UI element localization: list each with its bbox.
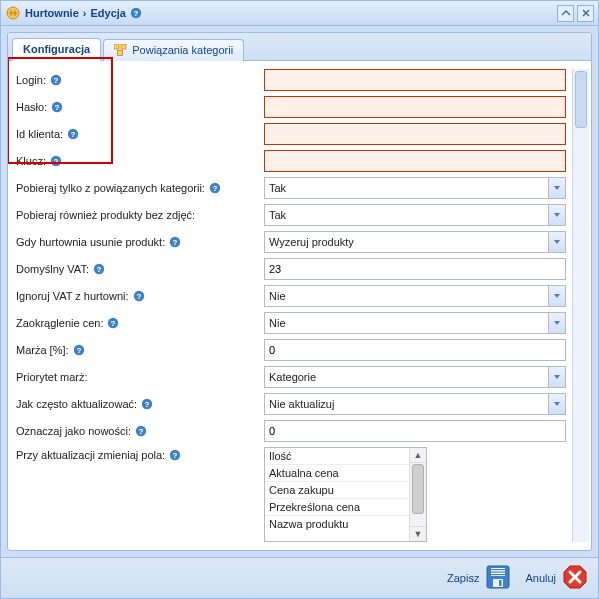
form: Login: ? Hasło: ?: [16, 69, 572, 542]
update-freq-select[interactable]: Nie aktualizuj: [264, 393, 566, 415]
help-icon[interactable]: ?: [169, 449, 181, 461]
list-item[interactable]: Cena zakupu: [265, 482, 409, 499]
list-item[interactable]: Ilość: [265, 448, 409, 465]
label-update-freq: Jak często aktualizować:: [16, 398, 137, 410]
help-icon[interactable]: ?: [169, 236, 181, 248]
chevron-down-icon[interactable]: [548, 285, 566, 307]
tabstrip: Konfiguracja Powiązania kategorii: [8, 33, 591, 61]
svg-text:?: ?: [212, 184, 217, 193]
breadcrumb-part2: Edycja: [90, 7, 125, 19]
help-icon[interactable]: ?: [50, 74, 62, 86]
svg-rect-38: [499, 580, 502, 586]
login-input[interactable]: [264, 69, 566, 91]
label-key: Klucz:: [16, 155, 46, 167]
help-icon[interactable]: ?: [107, 317, 119, 329]
margin-priority-select[interactable]: Kategorie: [264, 366, 566, 388]
tab-config[interactable]: Konfiguracja: [12, 38, 101, 61]
on-remove-select[interactable]: Wyzeruj produkty: [264, 231, 566, 253]
list-item[interactable]: Przekreślona cena: [265, 499, 409, 516]
row-round-prices: Zaokrąglenie cen: ? Nie: [16, 312, 566, 334]
help-icon[interactable]: ?: [141, 398, 153, 410]
help-icon[interactable]: ?: [130, 7, 142, 19]
close-button[interactable]: [577, 5, 594, 22]
default-vat-input[interactable]: [264, 258, 566, 280]
tab-category-links[interactable]: Powiązania kategorii: [103, 39, 244, 61]
row-only-linked: Pobieraj tylko z powiązanych kategorii: …: [16, 177, 566, 199]
svg-rect-35: [491, 572, 505, 573]
help-icon[interactable]: ?: [73, 344, 85, 356]
no-photos-select[interactable]: Tak: [264, 204, 566, 226]
row-no-photos: Pobieraj również produkty bez zdjęć: Tak: [16, 204, 566, 226]
password-input[interactable]: [264, 96, 566, 118]
save-label: Zapisz: [447, 572, 479, 584]
chevron-down-icon[interactable]: [548, 204, 566, 226]
save-button[interactable]: Zapisz: [447, 564, 511, 592]
round-prices-select[interactable]: Nie: [264, 312, 566, 334]
scroll-down-icon[interactable]: ▼: [410, 526, 426, 541]
row-key: Klucz: ?: [16, 150, 566, 172]
svg-text:?: ?: [71, 130, 76, 139]
row-margin: Marża [%]: ?: [16, 339, 566, 361]
tab-body: Login: ? Hasło: ?: [8, 61, 591, 550]
only-linked-select[interactable]: Tak: [264, 177, 566, 199]
svg-rect-34: [491, 569, 505, 570]
row-update-fields: Przy aktualizacji zmieniaj pola: ? Ilość…: [16, 447, 566, 542]
help-icon[interactable]: ?: [93, 263, 105, 275]
svg-text:?: ?: [173, 451, 178, 460]
label-margin-priority: Priorytet marż:: [16, 371, 88, 383]
row-margin-priority: Priorytet marż: Kategorie: [16, 366, 566, 388]
help-icon[interactable]: ?: [51, 101, 63, 113]
list-item[interactable]: Nazwa produktu: [265, 516, 409, 532]
help-icon[interactable]: ?: [209, 182, 221, 194]
tab-category-links-label: Powiązania kategorii: [132, 44, 233, 56]
mark-new-input[interactable]: [264, 420, 566, 442]
chevron-down-icon[interactable]: [548, 312, 566, 334]
label-update-fields: Przy aktualizacji zmieniaj pola:: [16, 449, 165, 461]
row-client-id: Id klienta: ?: [16, 123, 566, 145]
breadcrumb-separator: ›: [83, 7, 87, 19]
scroll-thumb[interactable]: [412, 464, 424, 514]
help-icon[interactable]: ?: [133, 290, 145, 302]
list-item[interactable]: Aktualna cena: [265, 465, 409, 482]
label-on-remove: Gdy hurtownia usunie produkt:: [16, 236, 165, 248]
breadcrumb-part1: Hurtownie: [25, 7, 79, 19]
client-id-input[interactable]: [264, 123, 566, 145]
svg-text:?: ?: [111, 319, 116, 328]
row-login: Login: ?: [16, 69, 566, 91]
titlebar: Hurtownie › Edycja ?: [1, 1, 598, 26]
ignore-vat-select[interactable]: Nie: [264, 285, 566, 307]
row-on-remove: Gdy hurtownia usunie produkt: ? Wyzeruj …: [16, 231, 566, 253]
svg-text:?: ?: [55, 103, 60, 112]
update-fields-multiselect[interactable]: Ilość Aktualna cena Cena zakupu Przekreś…: [264, 447, 427, 542]
svg-text:?: ?: [76, 346, 81, 355]
cancel-button[interactable]: Anuluj: [525, 564, 588, 592]
help-icon[interactable]: ?: [67, 128, 79, 140]
category-links-icon: [114, 44, 128, 56]
ignore-vat-value: Nie: [264, 285, 548, 307]
svg-rect-5: [118, 51, 123, 56]
window: Hurtownie › Edycja ? Konfiguracja: [0, 0, 599, 599]
scroll-thumb[interactable]: [575, 71, 587, 128]
label-client-id: Id klienta:: [16, 128, 63, 140]
help-icon[interactable]: ?: [135, 425, 147, 437]
help-icon[interactable]: ?: [50, 155, 62, 167]
svg-text:?: ?: [145, 400, 150, 409]
svg-rect-3: [114, 44, 119, 49]
row-password: Hasło: ?: [16, 96, 566, 118]
collapse-button[interactable]: [557, 5, 574, 22]
tab-panel: Konfiguracja Powiązania kategorii: [7, 32, 592, 551]
label-round-prices: Zaokrąglenie cen:: [16, 317, 103, 329]
panel-scrollbar[interactable]: [572, 69, 589, 542]
update-freq-value: Nie aktualizuj: [264, 393, 548, 415]
scroll-up-icon[interactable]: ▲: [410, 448, 426, 463]
chevron-down-icon[interactable]: [548, 177, 566, 199]
multiselect-scrollbar[interactable]: ▲ ▼: [409, 448, 426, 541]
chevron-down-icon[interactable]: [548, 393, 566, 415]
chevron-down-icon[interactable]: [548, 366, 566, 388]
key-input[interactable]: [264, 150, 566, 172]
svg-text:?: ?: [133, 9, 138, 18]
margin-input[interactable]: [264, 339, 566, 361]
chevron-down-icon[interactable]: [548, 231, 566, 253]
svg-text:?: ?: [173, 238, 178, 247]
footer: Zapisz Anuluj: [1, 557, 598, 598]
